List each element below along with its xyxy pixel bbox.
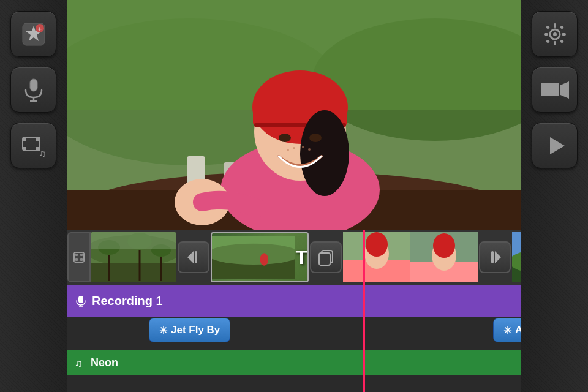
music-note-icon: ♫	[74, 356, 86, 369]
thumbnail-landscape-left	[91, 232, 176, 282]
svg-point-47	[308, 148, 311, 151]
add-media-button[interactable]: +	[10, 11, 56, 57]
video-frame	[67, 0, 521, 230]
svg-rect-65	[195, 251, 197, 263]
svg-marker-81	[495, 251, 501, 263]
svg-rect-4	[30, 79, 37, 91]
svg-text:♫: ♫	[75, 358, 83, 369]
svg-rect-18	[562, 33, 566, 36]
microphone-small-icon	[75, 295, 87, 307]
media-library-button[interactable]: ♫	[10, 123, 56, 168]
svg-marker-64	[187, 251, 194, 263]
svg-point-69	[212, 244, 295, 265]
svg-rect-95	[78, 296, 83, 303]
play-button[interactable]	[532, 123, 578, 168]
timeline-area: T	[67, 230, 521, 392]
recording-text: Recording 1	[92, 294, 163, 308]
svg-rect-20	[559, 24, 564, 29]
music-label-container: ♫ Neon	[74, 356, 118, 369]
copy-clip-button[interactable]	[310, 241, 342, 273]
skip-backward-button[interactable]	[178, 241, 209, 273]
svg-marker-24	[560, 81, 569, 99]
svg-point-44	[287, 149, 289, 151]
video-preview	[67, 0, 521, 230]
svg-rect-23	[541, 83, 559, 96]
svg-rect-53	[80, 258, 83, 261]
title-T-icon: T	[295, 246, 307, 269]
svg-rect-22	[559, 39, 564, 43]
camera-button[interactable]	[532, 67, 578, 113]
svg-text:+: +	[37, 25, 41, 32]
svg-rect-72	[319, 253, 330, 265]
sparkle-icon-1: ✳	[159, 325, 167, 336]
sidebar-left: + ♫	[0, 0, 67, 392]
svg-point-40	[300, 110, 349, 196]
svg-rect-17	[544, 33, 548, 36]
svg-rect-52	[75, 258, 78, 261]
svg-rect-63	[91, 232, 176, 249]
svg-point-41	[279, 134, 291, 142]
track-bracket-left[interactable]	[67, 232, 91, 282]
sound-effects-track: ✳ Jet Fly By ✳ Applause	[67, 317, 521, 344]
svg-point-42	[309, 134, 322, 142]
applause-label: Applause	[515, 324, 521, 336]
svg-rect-16	[554, 41, 556, 45]
applause-button[interactable]: ✳ Applause	[493, 318, 521, 342]
svg-marker-25	[550, 137, 565, 154]
svg-rect-82	[491, 251, 494, 263]
settings-button[interactable]	[532, 11, 578, 57]
title-clip-thumbnail[interactable]: T	[211, 232, 309, 282]
jet-fly-by-label: Jet Fly By	[171, 324, 220, 336]
recording-track[interactable]: Recording 1	[67, 285, 521, 317]
microphone-button[interactable]	[10, 67, 56, 113]
music-track-label: Neon	[91, 356, 118, 369]
svg-rect-8	[23, 137, 26, 141]
svg-point-76	[366, 232, 388, 257]
jet-fly-by-button[interactable]: ✳ Jet Fly By	[149, 318, 230, 342]
sidebar-right	[521, 0, 588, 392]
video-thumbnail-2	[410, 232, 478, 282]
svg-rect-9	[36, 137, 40, 141]
recording-label-container: Recording 1	[75, 294, 163, 308]
svg-rect-10	[23, 147, 26, 151]
skip-forward-button[interactable]	[479, 241, 511, 273]
svg-rect-21	[545, 39, 549, 43]
svg-text:♫: ♫	[39, 148, 46, 159]
svg-point-80	[433, 233, 455, 258]
svg-rect-19	[545, 24, 549, 29]
svg-rect-56	[91, 263, 176, 282]
svg-point-45	[293, 147, 295, 149]
sparkle-icon-2: ✳	[503, 325, 511, 336]
svg-point-70	[260, 253, 268, 265]
music-track[interactable]: ♫ Neon	[67, 350, 521, 375]
thumbnail-landscape-right	[512, 232, 521, 282]
video-track-row: T	[67, 230, 521, 285]
svg-rect-51	[80, 254, 83, 256]
svg-rect-50	[75, 254, 78, 256]
svg-point-14	[553, 32, 557, 36]
svg-point-46	[302, 146, 304, 148]
playhead[interactable]	[363, 230, 365, 392]
svg-rect-15	[554, 23, 556, 28]
video-thumbnail-1	[343, 232, 410, 282]
